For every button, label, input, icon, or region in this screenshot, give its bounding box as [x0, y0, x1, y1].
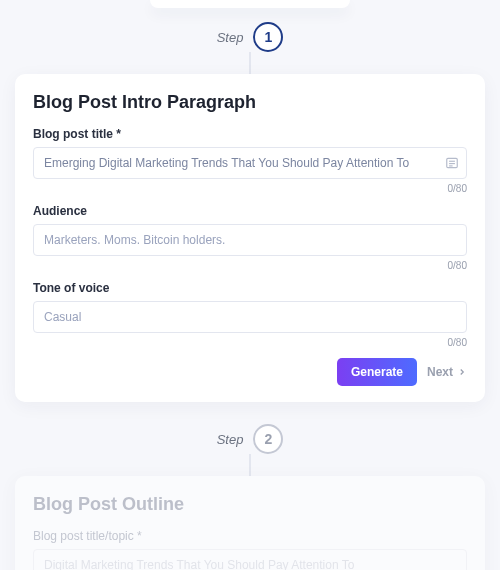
card-actions: Generate Next: [33, 358, 467, 386]
audience-counter: 0/80: [33, 260, 467, 271]
outline-title-input[interactable]: [33, 549, 467, 570]
step-number-1: 1: [253, 22, 283, 52]
tone-counter: 0/80: [33, 337, 467, 348]
blog-title-counter: 0/80: [33, 183, 467, 194]
tone-label: Tone of voice: [33, 281, 467, 295]
step-indicator-1: Step 1: [217, 22, 284, 52]
step-connector: [249, 52, 251, 74]
outline-title-label: Blog post title/topic *: [33, 529, 467, 543]
outline-card: Blog Post Outline Blog post title/topic …: [15, 476, 485, 570]
previous-card-edge: [150, 0, 350, 8]
card-title: Blog Post Intro Paragraph: [33, 92, 467, 113]
text-input-icon: [445, 156, 459, 170]
generate-button[interactable]: Generate: [337, 358, 417, 386]
next-button-label: Next: [427, 365, 453, 379]
next-button[interactable]: Next: [427, 365, 467, 379]
step-label: Step: [217, 30, 244, 45]
step-connector: [249, 454, 251, 476]
tone-input[interactable]: [33, 301, 467, 333]
blog-title-input[interactable]: [33, 147, 467, 179]
audience-input[interactable]: [33, 224, 467, 256]
intro-paragraph-card: Blog Post Intro Paragraph Blog post titl…: [15, 74, 485, 402]
step-indicator-2: Step 2: [217, 424, 284, 454]
step-label: Step: [217, 432, 244, 447]
step-number-2: 2: [253, 424, 283, 454]
audience-label: Audience: [33, 204, 467, 218]
card-title: Blog Post Outline: [33, 494, 467, 515]
chevron-right-icon: [457, 367, 467, 377]
blog-title-label: Blog post title *: [33, 127, 467, 141]
